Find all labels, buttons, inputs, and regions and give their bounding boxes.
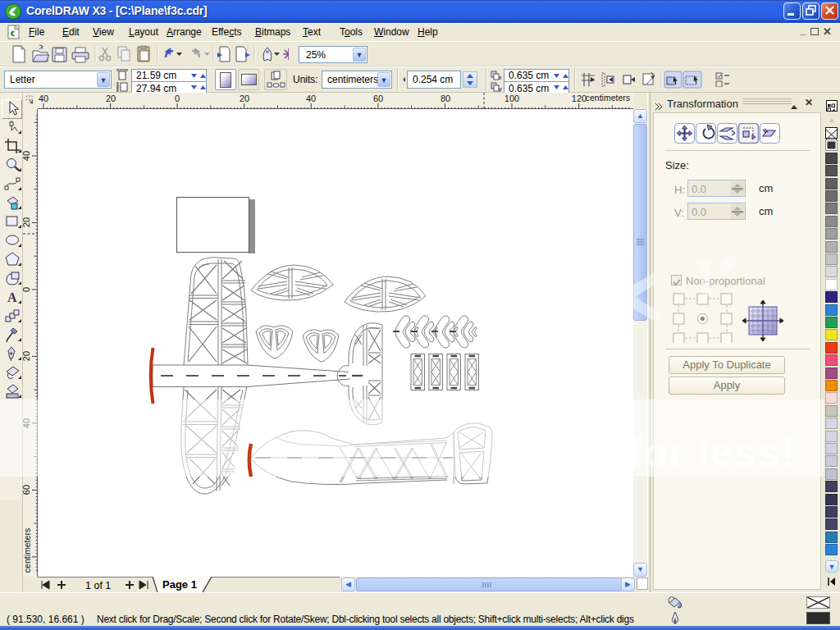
svg-text:y: y xyxy=(499,86,502,92)
svg-text:0: 0 xyxy=(175,94,180,103)
svg-text:A: A xyxy=(7,290,17,304)
svg-text:40: 40 xyxy=(23,418,31,428)
svg-text:40: 40 xyxy=(306,94,316,103)
svg-text:120: 120 xyxy=(572,94,587,103)
svg-text:x: x xyxy=(499,75,502,80)
svg-text:20: 20 xyxy=(240,94,249,103)
svg-text:80: 80 xyxy=(441,94,450,103)
svg-text:20: 20 xyxy=(23,217,31,227)
svg-text:1 of 1: 1 of 1 xyxy=(85,580,111,591)
svg-text:40: 40 xyxy=(23,151,31,161)
svg-text:40: 40 xyxy=(39,94,48,103)
svg-text:20: 20 xyxy=(106,94,116,103)
svg-text:centimeters: centimeters xyxy=(586,93,630,103)
svg-text:60: 60 xyxy=(373,94,383,103)
svg-text:centimeters: centimeters xyxy=(23,528,32,573)
svg-text:100: 100 xyxy=(504,94,519,103)
svg-text:20: 20 xyxy=(23,351,31,361)
svg-text:0: 0 xyxy=(23,287,31,292)
svg-text:60: 60 xyxy=(23,485,31,495)
